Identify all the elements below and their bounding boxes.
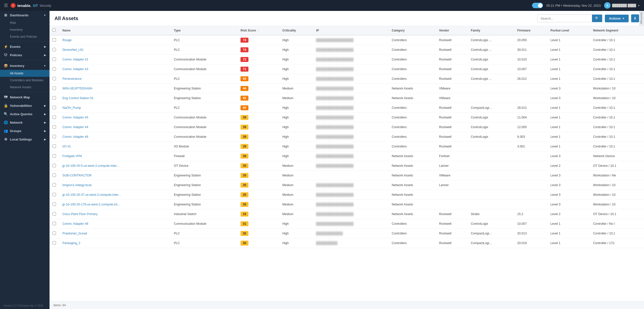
- sidebar-item-inventory-dash[interactable]: Inventory: [0, 26, 50, 33]
- row-checkbox-cell[interactable]: [50, 132, 60, 142]
- asset-link-6[interactable]: Eng Control Station 01: [62, 96, 127, 100]
- th-type[interactable]: Type: [171, 26, 238, 35]
- row-checkbox-cell[interactable]: [50, 229, 60, 238]
- export-button[interactable]: ⬇: [631, 14, 639, 22]
- row-checkbox-cell[interactable]: [50, 74, 60, 84]
- row-checkbox-7[interactable]: [52, 106, 56, 109]
- search-input[interactable]: [538, 15, 592, 22]
- sidebar-item-all-assets[interactable]: All Assets: [0, 70, 50, 77]
- row-checkbox-cell[interactable]: [50, 142, 60, 151]
- th-family[interactable]: Family: [468, 26, 514, 35]
- asset-link-16[interactable]: jp-10-100-20-37.us-west-2.compute.inter.…: [62, 193, 127, 196]
- asset-link-20[interactable]: Praetorian_Gurad: [62, 232, 127, 235]
- sidebar-item-risk[interactable]: Risk: [0, 19, 50, 26]
- search-button[interactable]: 🔍: [592, 15, 602, 22]
- th-vendor[interactable]: Vendor: [436, 26, 468, 35]
- row-checkbox-cell[interactable]: [50, 35, 60, 45]
- row-checkbox-cell[interactable]: [50, 219, 60, 229]
- asset-link-19[interactable]: Comm. Adapter #8: [62, 222, 127, 225]
- sidebar-item-network-map[interactable]: 🗺 Network Map: [0, 93, 50, 101]
- row-checkbox-18[interactable]: [52, 212, 56, 216]
- row-checkbox-cell[interactable]: [50, 93, 60, 103]
- th-risk-score[interactable]: Risk Score ↓: [238, 26, 280, 35]
- row-checkbox-9[interactable]: [52, 125, 56, 129]
- row-checkbox-cell[interactable]: [50, 238, 60, 248]
- row-checkbox-8[interactable]: [52, 116, 56, 119]
- row-checkbox-cell[interactable]: [50, 122, 60, 132]
- sidebar-item-inventory[interactable]: 📦 Inventory ▼: [0, 62, 50, 70]
- row-checkbox-10[interactable]: [52, 135, 56, 138]
- row-checkbox-2[interactable]: [52, 58, 56, 61]
- row-checkbox-17[interactable]: [52, 202, 56, 206]
- sidebar-item-dashboards[interactable]: ⊞ Dashboards ▼: [0, 11, 50, 19]
- sidebar-item-local-settings[interactable]: ⚙ Local Settings ▶: [0, 135, 50, 143]
- asset-link-12[interactable]: Fortigate VPN: [62, 154, 127, 158]
- asset-link-17[interactable]: jp-10-100-20-179.us-west-2.compute.int..…: [62, 203, 127, 206]
- row-checkbox-cell[interactable]: [50, 200, 60, 209]
- row-checkbox-cell[interactable]: [50, 45, 60, 55]
- row-checkbox-6[interactable]: [52, 96, 56, 100]
- sidebar-item-groups[interactable]: 👥 Groups ▶: [0, 127, 50, 135]
- row-checkbox-5[interactable]: [52, 87, 56, 90]
- row-checkbox-4[interactable]: [52, 77, 56, 80]
- row-checkbox-19[interactable]: [52, 222, 56, 225]
- row-checkbox-0[interactable]: [52, 38, 56, 42]
- asset-link-14[interactable]: SUB-CONTRACTOR: [62, 174, 127, 177]
- asset-link-0[interactable]: Rouge: [62, 39, 127, 42]
- theme-toggle[interactable]: [532, 3, 543, 8]
- row-checkbox-21[interactable]: [52, 241, 56, 245]
- th-purdue[interactable]: Purdue Level: [548, 26, 590, 35]
- row-checkbox-15[interactable]: [52, 183, 56, 187]
- row-checkbox-3[interactable]: [52, 67, 56, 71]
- asset-link-2[interactable]: Comm. Adapter #1: [62, 58, 127, 61]
- asset-link-21[interactable]: Packaging_2: [62, 241, 127, 245]
- actions-button[interactable]: Actions ▼: [605, 15, 629, 22]
- row-checkbox-11[interactable]: [52, 144, 56, 148]
- sidebar-item-controllers[interactable]: Controllers and Modules: [0, 77, 50, 84]
- asset-link-8[interactable]: Comm. Adapter #5: [62, 116, 127, 119]
- asset-link-3[interactable]: Comm. Adapter #3: [62, 67, 127, 71]
- asset-link-4[interactable]: Perseverance: [62, 77, 127, 81]
- row-checkbox-cell[interactable]: [50, 161, 60, 171]
- asset-link-18[interactable]: Cisco Plant Floor Primary: [62, 212, 127, 216]
- th-category[interactable]: Category: [389, 26, 436, 35]
- row-checkbox-cell[interactable]: [50, 55, 60, 64]
- th-name[interactable]: Name: [60, 26, 171, 35]
- asset-link-13[interactable]: jp-10-100-20-5.us-west-2.compute.inter..…: [62, 164, 127, 167]
- sidebar-item-vulnerabilities[interactable]: 🔒 Vulnerabilities ▶: [0, 101, 50, 110]
- sidebar-item-policies[interactable]: 🛡 Policies ▶: [0, 51, 50, 59]
- th-segment[interactable]: Network Segment: [590, 26, 644, 35]
- asset-link-11[interactable]: I/O #1: [62, 145, 127, 148]
- asset-link-9[interactable]: Comm. Adapter #4: [62, 125, 127, 129]
- row-checkbox-cell[interactable]: [50, 64, 60, 74]
- th-ip[interactable]: IP: [313, 26, 389, 35]
- sidebar-item-events-policies[interactable]: Events and Policies: [0, 33, 50, 40]
- row-checkbox-cell[interactable]: [50, 151, 60, 161]
- asset-link-5[interactable]: WIN-UEUPT5DGA0H: [62, 87, 127, 90]
- sidebar-item-events[interactable]: ⚡ Events ▶: [0, 42, 50, 51]
- select-all-checkbox[interactable]: [52, 29, 56, 32]
- sidebar-item-network[interactable]: 🌐 Network ▶: [0, 118, 50, 127]
- row-checkbox-20[interactable]: [52, 231, 56, 235]
- row-checkbox-13[interactable]: [52, 164, 56, 167]
- row-checkbox-cell[interactable]: [50, 113, 60, 122]
- asset-link-1[interactable]: DeviceNet_L81: [62, 48, 127, 52]
- row-checkbox-cell[interactable]: [50, 84, 60, 93]
- row-checkbox-cell[interactable]: [50, 171, 60, 180]
- hamburger-icon[interactable]: ☰: [4, 3, 8, 8]
- sidebar-item-active-queries[interactable]: 🔍 Active Queries ▶: [0, 110, 50, 118]
- row-checkbox-cell[interactable]: [50, 209, 60, 219]
- row-checkbox-12[interactable]: [52, 154, 56, 158]
- th-select-all[interactable]: [50, 26, 60, 35]
- row-checkbox-cell[interactable]: [50, 190, 60, 200]
- th-firmware[interactable]: Firmware: [514, 26, 548, 35]
- asset-link-7[interactable]: NaOH_Pump: [62, 106, 127, 110]
- asset-link-15[interactable]: longrun1.indegy.local: [62, 183, 127, 187]
- row-checkbox-cell[interactable]: [50, 180, 60, 190]
- sidebar-item-network-assets[interactable]: Network Assets: [0, 84, 50, 91]
- row-checkbox-cell[interactable]: [50, 103, 60, 113]
- user-menu[interactable]: A ███████ ████ ▼: [604, 2, 640, 9]
- th-criticality[interactable]: Criticality: [280, 26, 313, 35]
- asset-link-10[interactable]: Comm. Adapter #6: [62, 135, 127, 139]
- row-checkbox-14[interactable]: [52, 173, 56, 177]
